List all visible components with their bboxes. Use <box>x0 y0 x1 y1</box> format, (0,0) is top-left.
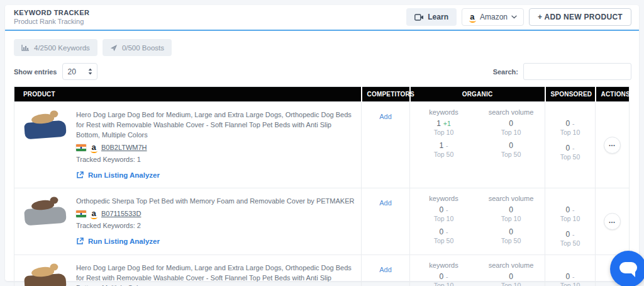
tracker-card: KEYWORD TRACKER Product Rank Tracking Le… <box>5 5 639 281</box>
amazon-icon: a <box>90 144 97 151</box>
product-cell: Hero Dog Large Dog Bed for Medium, Large… <box>14 255 361 286</box>
learn-button[interactable]: Learn <box>406 8 457 26</box>
search-input[interactable] <box>523 63 631 80</box>
metric-value: 0 <box>509 141 513 150</box>
organic-cell: keywords 0- Top 10 0- Top 50 <box>410 188 545 249</box>
top10-label: Top 10 <box>545 129 595 136</box>
metric-delta: - <box>446 273 448 280</box>
product-cell: Orthopedic Sherpa Top Pet Bed with Memor… <box>14 188 361 254</box>
metric-value: 0 <box>509 272 513 281</box>
country-flag-icon <box>76 144 86 151</box>
usage-badges: 4/2500 Keywords 0/500 Boosts <box>5 31 639 56</box>
run-listing-analyzer-label: Run Listing Analyzer <box>88 170 160 180</box>
top10-label: Top 10 <box>477 215 545 222</box>
sponsored-top50: 0- Top 50 <box>545 144 595 161</box>
organic-keywords-header: keywords <box>410 195 477 202</box>
add-competitor-link[interactable]: Add <box>379 113 392 120</box>
product-image <box>23 110 67 141</box>
stepper-arrows-icon <box>88 68 92 75</box>
metric-value: 0 <box>565 205 570 214</box>
organic-search-volume-header: search volume <box>477 195 545 202</box>
run-listing-analyzer-link[interactable]: Run Listing Analyzer <box>76 236 160 246</box>
metric-delta: - <box>572 120 575 127</box>
search-label: Search: <box>493 68 518 76</box>
top10-label: Top 10 <box>410 215 477 222</box>
organic-keywords-column: keywords 0- Top 10 0- Top 50 <box>410 195 477 249</box>
rocket-icon <box>110 44 118 52</box>
top10-label: Top 10 <box>477 129 545 136</box>
search-volume-top10: 0 Top 10 <box>477 205 545 222</box>
top50-label: Top 50 <box>477 151 545 158</box>
metric-delta: - <box>446 228 448 236</box>
add-competitor-link[interactable]: Add <box>379 266 392 273</box>
row-actions-button[interactable]: ••• <box>604 213 621 230</box>
header-actions: Learn a Amazon + ADD NEW PRODUCT <box>406 8 631 26</box>
sponsored-cell: 0- Top 10 1- Top 50 <box>545 255 596 286</box>
metric-value: 1 <box>439 141 443 150</box>
organic-keywords-column: keywords 1+1 Top 10 1- Top 50 <box>410 108 477 163</box>
amazon-logo-icon: a <box>469 13 476 21</box>
table-row: Orthopedic Sherpa Top Pet Bed with Memor… <box>14 188 630 255</box>
column-header-sponsored: SPONSORED <box>545 87 596 102</box>
metric-value: 0 <box>439 227 443 236</box>
metric-value: 0 <box>565 119 570 128</box>
sponsored-top10: 0- Top 10 <box>545 119 595 136</box>
keyword-tracker-table: PRODUCT COMPETITORS ORGANIC SPONSORED AC… <box>14 86 630 286</box>
bar-chart-icon <box>21 44 30 51</box>
product-info: Hero Dog Large Dog Bed for Medium, Large… <box>76 110 355 181</box>
metric-value: 0 <box>565 144 570 152</box>
sponsored-cell: 0- Top 10 0- Top 50 <box>545 188 596 255</box>
add-competitor-link[interactable]: Add <box>379 199 392 207</box>
row-actions-button[interactable]: ••• <box>604 137 621 154</box>
top10-label: Top 10 <box>545 215 595 222</box>
add-new-product-label: + ADD NEW PRODUCT <box>538 13 623 21</box>
product-info: Orthopedic Sherpa Top Pet Bed with Memor… <box>76 196 354 248</box>
organic-search-volume-header: search volume <box>477 108 545 116</box>
product-image <box>23 196 67 227</box>
table-controls: Show entries 20 Search: <box>5 56 639 86</box>
chat-button[interactable] <box>610 251 644 286</box>
metric-value: 0 <box>509 119 513 128</box>
top50-label: Top 50 <box>410 237 477 244</box>
page-subtitle: Product Rank Tracking <box>14 18 89 25</box>
top50-label: Top 50 <box>477 237 545 244</box>
metric-delta: - <box>446 206 448 214</box>
asin-link[interactable]: B07115533D <box>101 209 141 219</box>
page-header-titles: KEYWORD TRACKER Product Rank Tracking <box>14 9 89 25</box>
product-cell: Hero Dog Large Dog Bed for Medium, Large… <box>14 102 361 188</box>
asin-row: a B07115533D <box>76 209 354 219</box>
external-link-icon <box>76 237 84 245</box>
metric-value: 0 <box>439 272 443 281</box>
top10-label: Top 10 <box>410 282 477 286</box>
add-new-product-button[interactable]: + ADD NEW PRODUCT <box>529 8 631 26</box>
learn-label: Learn <box>428 13 448 21</box>
organic-cell: keywords 0- Top 10 1- Top 50 <box>410 255 545 286</box>
product-image <box>23 263 67 286</box>
page-header: KEYWORD TRACKER Product Rank Tracking Le… <box>5 5 639 31</box>
keywords-usage-badge: 4/2500 Keywords <box>14 39 97 56</box>
organic-keywords-header: keywords <box>410 261 477 269</box>
product-title: Hero Dog Large Dog Bed for Medium, Large… <box>76 263 355 286</box>
run-listing-analyzer-label: Run Listing Analyzer <box>88 236 160 246</box>
top50-label: Top 50 <box>410 151 477 158</box>
country-flag-icon <box>76 210 86 217</box>
entries-value: 20 <box>67 67 75 76</box>
column-header-competitors: COMPETITORS <box>362 87 410 102</box>
metric-value: 0 <box>565 272 570 281</box>
top10-label: Top 10 <box>545 282 595 286</box>
marketplace-dropdown[interactable]: a Amazon <box>462 8 524 26</box>
metric-delta: - <box>572 144 575 152</box>
organic-keywords-top50: 0- Top 50 <box>410 227 477 244</box>
organic-keywords-top10: 0- Top 10 <box>410 272 477 286</box>
metric-delta: - <box>572 273 575 280</box>
keywords-usage-label: 4/2500 Keywords <box>34 44 90 52</box>
metric-value: 1 <box>436 119 441 128</box>
organic-search-volume-column: search volume 0 Top 10 0 Top 50 <box>477 195 545 249</box>
table-row: Hero Dog Large Dog Bed for Medium, Large… <box>14 255 630 286</box>
organic-search-volume-column: search volume 0 Top 10 1,865 Top 50 <box>477 261 545 286</box>
run-listing-analyzer-link[interactable]: Run Listing Analyzer <box>76 170 160 180</box>
marketplace-label: Amazon <box>480 13 508 21</box>
asin-link[interactable]: B0B2LTWM7H <box>101 142 147 152</box>
product-title: Orthopedic Sherpa Top Pet Bed with Memor… <box>76 196 354 206</box>
entries-select[interactable]: 20 <box>62 63 97 80</box>
